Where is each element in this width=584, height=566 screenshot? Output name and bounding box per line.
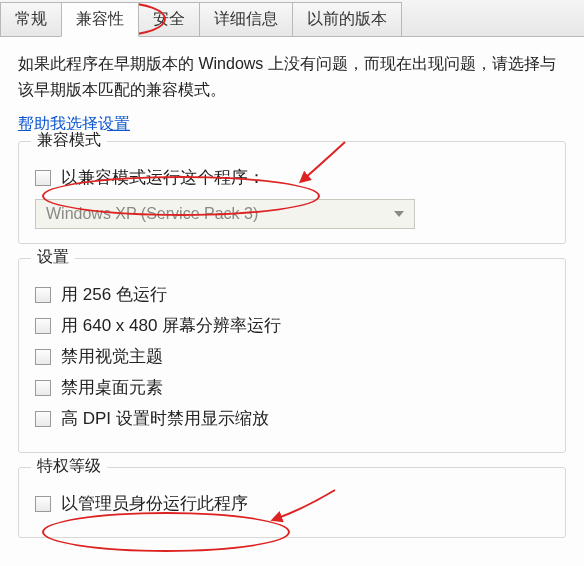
tab-compatibility[interactable]: 兼容性 [61,2,139,37]
annotation-arrows [0,0,584,566]
